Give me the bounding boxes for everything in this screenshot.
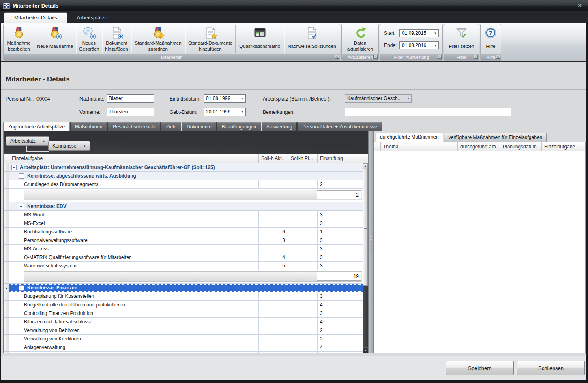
- group-row[interactable]: ›Kenntnisse: Finanzen: [4, 284, 363, 292]
- nachweise-sollstunden-button[interactable]: Nachweise/Sollstunden: [284, 25, 339, 53]
- row-indicator[interactable]: [4, 309, 9, 318]
- geb-datum-combo[interactable]: 20.01.1956 ▾: [204, 108, 246, 116]
- standard-dokumente-hinzufügen-button[interactable]: Standard-Dokumente hinzufügen: [185, 25, 236, 53]
- group-row[interactable]: Arbeitsplatz: Unternehmensführung-Kaufmä…: [4, 163, 363, 172]
- standard-maßnahmen-zuordnen-button[interactable]: Standard-Maßnahmen zuordnen: [131, 25, 185, 53]
- scrollbar-thumb[interactable]: [363, 169, 368, 286]
- row-indicator[interactable]: [4, 343, 9, 352]
- dokument-hinzufügen-button[interactable]: Dokument hinzufügen: [102, 25, 131, 53]
- column-header-soll-h-pl[interactable]: Soll-h Pl...: [288, 154, 318, 163]
- row-indicator[interactable]: ›: [4, 284, 9, 292]
- eintrittsdatum-combo[interactable]: 01.08.1999 ▾: [204, 94, 246, 103]
- scrollbar-track[interactable]: [363, 286, 368, 347]
- row-indicator[interactable]: [4, 180, 9, 189]
- row-indicator[interactable]: [4, 262, 9, 270]
- collapse-expander-icon[interactable]: [19, 204, 24, 209]
- row-indicator[interactable]: [4, 211, 9, 219]
- row-indicator[interactable]: [4, 352, 9, 353]
- save-button[interactable]: Speichern: [446, 361, 514, 375]
- dialog-launcher-icon[interactable]: ↘: [335, 55, 339, 59]
- row-indicator[interactable]: [4, 253, 9, 262]
- column-header-planungsdatum[interactable]: Planungsdatum: [500, 142, 542, 151]
- table-row[interactable]: Verwaltung von Debitoren2: [4, 326, 363, 335]
- column-header-einzelaufgabe[interactable]: Einzelaufgabe: [9, 154, 259, 163]
- close-button[interactable]: Schliessen: [517, 361, 585, 375]
- vertical-scrollbar[interactable]: [363, 163, 368, 353]
- table-row[interactable]: Budgetkontrolle durchführen und protokol…: [4, 301, 363, 309]
- column-header-durchgeführt-am[interactable]: durchgeführt am: [458, 142, 500, 151]
- row-indicator[interactable]: [4, 270, 9, 284]
- table-row[interactable]: Personalverwaltungssoftware33: [4, 236, 363, 245]
- tab-durchgeführte-maßnahmen[interactable]: durchgeführte Maßnahmen: [376, 133, 443, 142]
- tab-verfügbare-maßnahmen-für-einzelaufgaben[interactable]: verfügbare Maßnahmen für Einzelaufgaben: [444, 133, 547, 142]
- row-indicator[interactable]: [4, 189, 9, 202]
- neue-maßnahme-button[interactable]: Neue Maßnahme: [34, 25, 76, 53]
- row-indicator[interactable]: [4, 301, 9, 309]
- table-row[interactable]: MS-Excel3: [4, 219, 363, 228]
- neues-gespräch-button[interactable]: Neues Gespräch: [76, 25, 102, 53]
- row-indicator[interactable]: [4, 318, 9, 326]
- table-row[interactable]: MS-Access3: [4, 245, 363, 253]
- row-indicator[interactable]: [4, 163, 9, 172]
- bemerkungen-field[interactable]: [345, 108, 511, 116]
- collapse-expander-icon[interactable]: [19, 285, 24, 291]
- close-icon[interactable]: ×: [578, 2, 582, 9]
- collapse-expander-icon[interactable]: [11, 165, 17, 170]
- table-row[interactable]: Anlagenverwaltung4: [4, 343, 363, 352]
- scroll-up-button[interactable]: [363, 163, 368, 169]
- column-header-soll-h-akt[interactable]: Soll-h Akt.: [259, 154, 288, 163]
- column-header-einstufung[interactable]: Einstufung: [318, 154, 362, 163]
- table-row[interactable]: Verwaltung von Kreditoren2: [4, 335, 363, 343]
- row-indicator[interactable]: [4, 326, 9, 335]
- hilfe-button[interactable]: ?Hilfe: [481, 25, 500, 53]
- group-row[interactable]: Kenntnisse: abgeschlossene wirts. Ausbil…: [4, 172, 363, 180]
- dialog-launcher-icon[interactable]: ↘: [373, 55, 378, 59]
- dialog-launcher-icon[interactable]: ↘: [496, 55, 500, 59]
- table-row[interactable]: Q-MATRIX Qualifizierungssoftware für Mit…: [4, 253, 363, 262]
- table-row[interactable]: Bilanzen und Jahresabschlüsse4: [4, 318, 363, 326]
- row-indicator[interactable]: [4, 172, 9, 180]
- nachname-field[interactable]: [107, 94, 154, 103]
- arbeitsplatz-combo[interactable]: Kaufmännischer Gesch... ▾: [345, 94, 412, 103]
- endedate-combo[interactable]: 01.03.2016▾: [399, 41, 439, 49]
- table-row[interactable]: Controlling Finanzen Produktion3: [4, 309, 363, 318]
- dialog-launcher-icon[interactable]: ↘: [438, 55, 442, 59]
- column-header-thema[interactable]: Thema: [381, 142, 458, 151]
- row-indicator[interactable]: [4, 335, 9, 343]
- table-row[interactable]: Buchhaltungssoftware61: [4, 228, 363, 236]
- row-indicator[interactable]: [4, 245, 9, 253]
- collapse-expander-icon[interactable]: [19, 173, 24, 179]
- table-row[interactable]: Warenwirtschaftssystem53: [4, 262, 363, 270]
- tab-personaldaten-zusatzkenntnisse[interactable]: Personaldaten + Zusatzkenntnisse: [297, 122, 382, 131]
- tab-dokumente[interactable]: Dokumente: [182, 122, 216, 131]
- group-pill-kenntnisse[interactable]: Kenntnisse ▲: [48, 141, 90, 151]
- window-tab-arbeitsplätze[interactable]: Arbeitsplätze: [67, 13, 117, 23]
- qualifikationsmatrix-button[interactable]: Qualifikationsmatrix: [236, 25, 284, 53]
- vorname-field[interactable]: [107, 108, 154, 116]
- daten-aktualisieren-button[interactable]: Daten aktualisieren: [342, 25, 378, 53]
- row-indicator[interactable]: [4, 292, 9, 301]
- maßnahme-bearbeiten-button[interactable]: Maßnahme bearbeiten: [4, 25, 34, 53]
- column-header-einzelaufgabe[interactable]: Einzelaufgabe: [542, 142, 585, 151]
- tab-beauftragungen[interactable]: Beauftragungen: [217, 122, 261, 131]
- panel-splitter[interactable]: [368, 131, 374, 353]
- row-indicator[interactable]: [4, 219, 9, 228]
- table-row[interactable]: MS-Word3: [4, 211, 363, 219]
- group-pill-arbeitsplatz[interactable]: Arbeitsplatz ▲: [6, 136, 49, 146]
- tab-ziele[interactable]: Ziele: [161, 122, 181, 131]
- filter-setzen-button[interactable]: Filter setzen: [445, 25, 478, 53]
- scroll-down-button[interactable]: [363, 347, 368, 353]
- group-row[interactable]: Kenntnisse: EDV: [4, 202, 363, 211]
- table-row[interactable]: Grundlagen des Büromanagments2: [4, 180, 363, 189]
- tab-zugeordnete-arbeitsplätze[interactable]: Zugeordnete Arbeitsplätze: [3, 122, 70, 131]
- window-tab-mitarbeiter-details[interactable]: Mitarbeiter-Details: [4, 12, 67, 23]
- row-indicator[interactable]: [4, 236, 9, 245]
- row-indicator[interactable]: [4, 202, 9, 211]
- startdate-combo[interactable]: 01.09.2015▾: [399, 29, 439, 37]
- tab-gesprächsübersicht[interactable]: Gesprächsübersicht: [107, 122, 161, 131]
- tab-auswertung[interactable]: Auswertung: [262, 122, 297, 131]
- dialog-launcher-icon[interactable]: ↘: [474, 55, 478, 59]
- tab-maßnahmen[interactable]: Maßnahmen: [70, 122, 107, 131]
- row-indicator[interactable]: [4, 228, 9, 236]
- table-row[interactable]: Budgetplanung für Kostenstellen3: [4, 292, 363, 301]
